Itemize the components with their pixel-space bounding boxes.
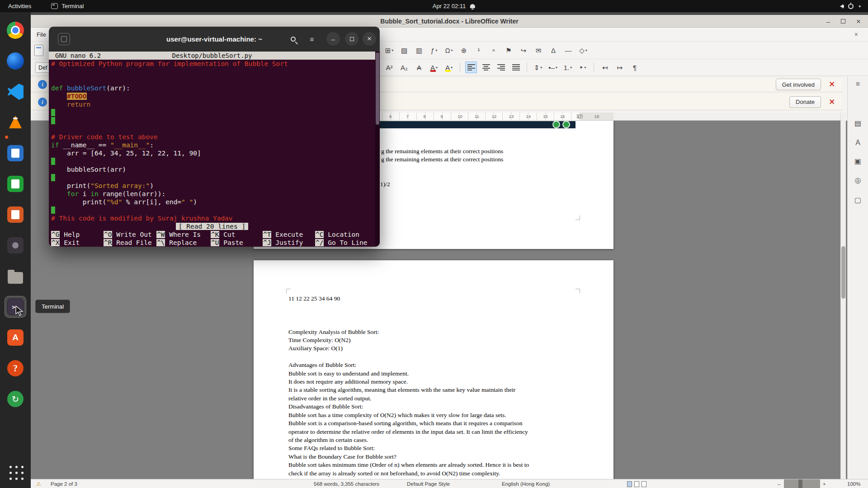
status-notification-icon[interactable]: ⚠ xyxy=(36,479,41,488)
document-page-2[interactable]: 11 12 22 25 34 64 90 Complexity Analysis… xyxy=(254,260,613,479)
outline-list-icon[interactable]: ‣▾ xyxy=(577,61,589,73)
activities-button[interactable]: Activities xyxy=(8,3,31,9)
new-document-icon[interactable] xyxy=(34,45,43,56)
terminal-scrollbar[interactable] xyxy=(375,52,380,247)
dock-item-chrome[interactable] xyxy=(5,19,26,41)
book-view-icon[interactable] xyxy=(642,481,646,487)
zoom-in-button[interactable]: + xyxy=(823,479,826,488)
dock-item-impress[interactable] xyxy=(5,204,26,225)
clear-formatting-icon[interactable]: A xyxy=(413,61,425,73)
line-spacing-icon[interactable]: ⇕▾ xyxy=(532,61,544,73)
scrollbar-thumb[interactable] xyxy=(841,246,845,299)
terminal-close-button[interactable]: × xyxy=(363,32,376,46)
infobar-close-icon[interactable]: ✕ xyxy=(829,99,835,106)
subscript-icon[interactable]: A₂ xyxy=(398,61,410,73)
dock-item-writer[interactable] xyxy=(5,142,26,164)
system-status-menu[interactable]: ▾ xyxy=(840,4,861,9)
font-color-icon[interactable]: A▾ xyxy=(428,61,440,73)
scrollbar-thumb[interactable] xyxy=(376,52,379,125)
highlight-color-icon[interactable]: A▾ xyxy=(443,61,455,73)
terminal-minimize-button[interactable]: – xyxy=(326,32,340,46)
page1-text-line: 1)/2 xyxy=(380,181,390,188)
dock-item-help[interactable]: ? xyxy=(5,357,26,379)
search-button[interactable] xyxy=(286,32,300,46)
app-menu[interactable]: Terminal xyxy=(51,3,84,9)
basic-shapes-icon[interactable]: ◇▾ xyxy=(577,44,589,56)
zoom-slider-thumb[interactable] xyxy=(798,479,802,488)
insert-footnote-icon[interactable]: ¹ xyxy=(473,44,485,56)
dock-item-green-app[interactable]: ↻ xyxy=(5,388,26,410)
status-page-style[interactable]: Default Page Style xyxy=(407,479,450,488)
search-icon xyxy=(291,37,296,42)
writer-titlebar[interactable]: Bubble_Sort_tutorial.docx - LibreOffice … xyxy=(31,15,868,28)
insert-endnote-icon[interactable]: ⁿ xyxy=(488,44,500,56)
document-text-line xyxy=(288,319,581,328)
horizontal-line-icon[interactable]: ― xyxy=(562,44,574,56)
zoom-out-button[interactable]: – xyxy=(778,479,780,488)
formatting-marks-icon[interactable]: ¶ xyxy=(629,61,641,73)
document-scrollbar[interactable] xyxy=(840,113,846,479)
decrease-indent-icon[interactable]: ↤ xyxy=(599,61,611,73)
writer-maximize-button[interactable] xyxy=(841,19,845,23)
document-text-line: It is a stable sorting algorithm, meanin… xyxy=(288,386,581,394)
align-left-icon[interactable] xyxy=(465,61,477,73)
align-center-icon[interactable] xyxy=(480,61,492,73)
document-close-icon[interactable]: × xyxy=(854,31,858,38)
insert-comment-icon[interactable]: ✉ xyxy=(533,44,544,56)
track-changes-icon[interactable]: Δ xyxy=(547,44,559,56)
donate-button[interactable]: Donate xyxy=(789,96,821,108)
sidebar-properties-icon[interactable]: ▤ xyxy=(852,117,864,129)
insert-bookmark-icon[interactable]: ⚑ xyxy=(503,44,514,56)
sidebar-page-icon[interactable]: ▢ xyxy=(852,193,864,206)
numbered-list-icon[interactable]: 1.▾ xyxy=(562,61,574,73)
align-justify-icon[interactable] xyxy=(510,61,522,73)
nano-shortcut: ^G Help xyxy=(51,230,104,239)
writer-minimize-button[interactable]: – xyxy=(826,18,830,25)
terminal-maximize-button[interactable] xyxy=(345,32,359,46)
get-involved-button[interactable]: Get involved xyxy=(776,79,821,90)
paragraph-style-value: Def xyxy=(38,65,47,71)
insert-table-icon[interactable]: ⊞▾ xyxy=(383,44,395,56)
sidebar-settings-icon[interactable]: ≡ xyxy=(852,78,864,90)
status-word-count[interactable]: 568 words, 3,355 characters xyxy=(314,479,379,488)
superscript-icon[interactable]: A² xyxy=(383,61,395,73)
code-line xyxy=(51,68,374,76)
menu-button[interactable]: ≡ xyxy=(305,32,319,46)
multi-page-view-icon[interactable] xyxy=(634,481,639,487)
terminal-titlebar[interactable]: user@user-virtual-machine: ~ ≡ – × xyxy=(49,27,380,52)
insert-special-character-icon[interactable]: Ω▾ xyxy=(443,44,455,56)
dock-item-dark-app[interactable] xyxy=(5,235,26,256)
sidebar-styles-icon[interactable]: A xyxy=(852,136,864,149)
nano-shortcuts: ^G Help^O Write Out^W Where Is^K Cut^T E… xyxy=(51,230,377,247)
increase-indent-icon[interactable]: ↦ xyxy=(614,61,626,73)
align-right-icon[interactable] xyxy=(495,61,507,73)
bullet-list-icon[interactable]: •‒▾ xyxy=(547,61,559,73)
insert-hyperlink-icon[interactable]: ⊕ xyxy=(458,44,470,56)
dock-item-firefox[interactable] xyxy=(5,50,26,72)
impress-icon xyxy=(7,206,24,223)
dock-item-files[interactable] xyxy=(5,265,26,287)
dock-item-app-grid[interactable] xyxy=(5,461,26,483)
clock-menu[interactable]: Apr 22 02:11 xyxy=(433,3,475,9)
new-tab-button[interactable] xyxy=(58,33,70,45)
insert-chart-icon[interactable]: ▥ xyxy=(413,44,425,56)
status-language[interactable]: English (Hong Kong) xyxy=(502,479,550,488)
dock-item-vlc[interactable] xyxy=(5,112,26,133)
single-page-view-icon[interactable] xyxy=(627,481,632,487)
text-boundary-corner xyxy=(286,289,291,293)
insert-cross-reference-icon[interactable]: ↪ xyxy=(518,44,529,56)
status-page-count[interactable]: Page 2 of 3 xyxy=(51,479,77,488)
terminal-content[interactable]: GNU nano 6.2 Desktop/bubbleSort.py # Opt… xyxy=(49,52,380,247)
dock-item-calc[interactable] xyxy=(5,173,26,195)
menu-file[interactable]: File xyxy=(37,31,46,38)
dock-item-vscode[interactable] xyxy=(5,81,26,103)
insert-field-icon[interactable]: ƒ▾ xyxy=(428,44,440,56)
sidebar-gallery-icon[interactable]: ▣ xyxy=(852,155,864,167)
sidebar-navigator-icon[interactable]: ◎ xyxy=(852,174,864,186)
gnome-topbar: Activities Terminal Apr 22 02:11 ▾ xyxy=(0,0,868,12)
zoom-percentage[interactable]: 100% xyxy=(847,479,860,488)
writer-close-button[interactable]: × xyxy=(856,18,861,25)
insert-image-icon[interactable]: ▨ xyxy=(398,44,410,56)
infobar-close-icon[interactable]: ✕ xyxy=(829,81,835,88)
dock-item-software[interactable]: A xyxy=(5,327,26,348)
